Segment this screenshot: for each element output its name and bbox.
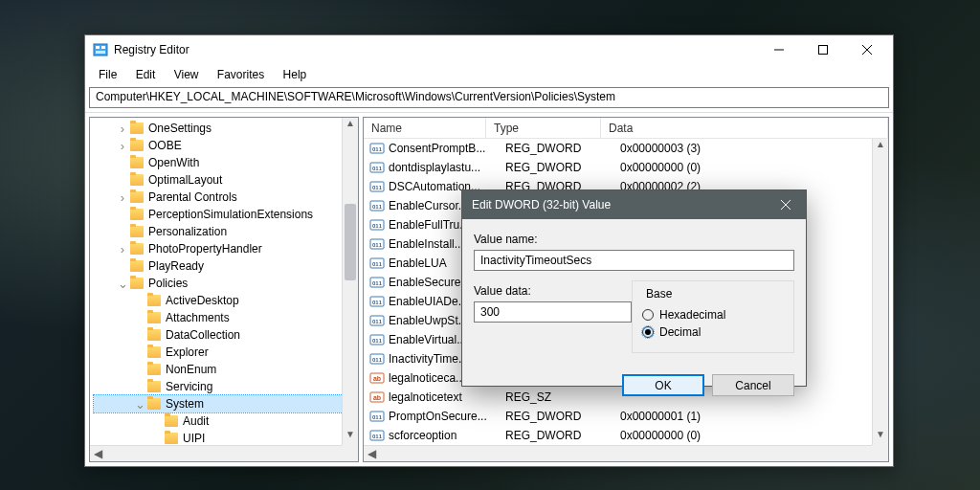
col-name[interactable]: Name bbox=[364, 118, 486, 138]
svg-text:011: 011 bbox=[372, 300, 383, 305]
svg-text:011: 011 bbox=[372, 204, 383, 210]
tree-item[interactable]: PerceptionSimulationExtensions bbox=[94, 206, 354, 223]
tree-item[interactable]: ›PhotoPropertyHandler bbox=[94, 240, 354, 257]
tree-item[interactable]: Attachments bbox=[94, 309, 354, 326]
tree-label: OpenWith bbox=[148, 156, 199, 169]
tree-item[interactable]: ⌄Policies bbox=[94, 275, 354, 292]
expand-icon[interactable]: › bbox=[117, 122, 128, 136]
table-row[interactable]: 011scforceoptionREG_DWORD0x00000000 (0) bbox=[364, 426, 888, 445]
tree-item[interactable]: Servicing bbox=[94, 378, 354, 395]
expand-icon[interactable]: › bbox=[117, 242, 128, 256]
value-data-input[interactable] bbox=[474, 301, 632, 323]
tree-label: OOBE bbox=[148, 139, 182, 152]
expand-icon[interactable]: ⌄ bbox=[134, 397, 145, 412]
column-headers[interactable]: Name Type Data bbox=[364, 118, 888, 139]
svg-text:011: 011 bbox=[372, 185, 383, 190]
tree-item[interactable]: OpenWith bbox=[94, 154, 354, 171]
radio-hexadecimal[interactable]: Hexadecimal bbox=[642, 308, 784, 322]
tree-label: DataCollection bbox=[166, 328, 240, 342]
folder-icon bbox=[130, 278, 144, 289]
ok-button[interactable]: OK bbox=[622, 374, 704, 396]
list-scrollbar-h[interactable]: ◀▶ bbox=[364, 445, 888, 461]
tree-item[interactable]: ActiveDesktop bbox=[94, 292, 354, 309]
binary-icon: 011 bbox=[369, 256, 385, 271]
folder-icon bbox=[147, 329, 161, 341]
binary-icon: 011 bbox=[369, 236, 385, 252]
tree-item[interactable]: ›OOBE bbox=[94, 137, 354, 154]
folder-icon bbox=[130, 191, 144, 203]
svg-text:011: 011 bbox=[372, 280, 383, 286]
tree-label: Servicing bbox=[166, 380, 212, 393]
col-data[interactable]: Data bbox=[601, 118, 888, 138]
expand-icon[interactable]: › bbox=[117, 190, 128, 205]
svg-text:011: 011 bbox=[372, 434, 383, 439]
binary-icon: 011 bbox=[369, 275, 385, 290]
tree-item[interactable]: ›OneSettings bbox=[94, 120, 354, 137]
tree-pane[interactable]: ›OneSettings›OOBEOpenWithOptimalLayout›P… bbox=[89, 117, 359, 462]
cancel-button[interactable]: Cancel bbox=[712, 374, 794, 396]
minimize-button[interactable] bbox=[757, 35, 801, 64]
binary-icon: 011 bbox=[369, 428, 385, 443]
menubar: File Edit View Favorites Help bbox=[85, 64, 893, 87]
tree-item[interactable]: Explorer bbox=[94, 344, 354, 361]
svg-rect-3 bbox=[96, 51, 105, 54]
folder-icon bbox=[130, 157, 144, 168]
tree-item[interactable]: OptimalLayout bbox=[94, 171, 354, 189]
titlebar[interactable]: Registry Editor bbox=[85, 35, 893, 64]
close-button[interactable] bbox=[845, 35, 889, 64]
menu-edit[interactable]: Edit bbox=[128, 66, 164, 83]
folder-icon bbox=[147, 381, 161, 392]
menu-favorites[interactable]: Favorites bbox=[210, 66, 272, 83]
address-bar[interactable]: Computer\HKEY_LOCAL_MACHINE\SOFTWARE\Mic… bbox=[89, 87, 889, 108]
tree-label: System bbox=[166, 397, 204, 411]
tree-item[interactable]: Audit bbox=[94, 412, 354, 430]
expand-icon[interactable]: ⌄ bbox=[117, 277, 128, 291]
window-title: Registry Editor bbox=[114, 43, 757, 56]
tree-item[interactable]: Personalization bbox=[94, 223, 354, 240]
dialog-title: Edit DWORD (32-bit) Value bbox=[472, 198, 771, 212]
folder-icon bbox=[147, 295, 161, 306]
base-group: Base Hexadecimal Decimal bbox=[632, 280, 794, 353]
binary-icon: 011 bbox=[369, 179, 385, 194]
tree-item[interactable]: NonEnum bbox=[94, 361, 354, 378]
folder-icon bbox=[130, 243, 144, 255]
folder-icon bbox=[130, 260, 144, 272]
tree-item[interactable]: ›Parental Controls bbox=[94, 189, 354, 206]
binary-icon: 011 bbox=[369, 313, 385, 328]
value-name-input[interactable] bbox=[474, 250, 794, 271]
tree-item[interactable]: PlayReady bbox=[94, 257, 354, 275]
folder-icon bbox=[130, 140, 144, 151]
binary-icon: 011 bbox=[369, 332, 385, 347]
tree-label: NonEnum bbox=[166, 363, 216, 376]
svg-text:011: 011 bbox=[372, 338, 383, 344]
expand-icon[interactable]: › bbox=[117, 139, 128, 153]
tree-label: OneSettings bbox=[148, 122, 212, 135]
menu-view[interactable]: View bbox=[167, 66, 207, 83]
tree-label: Attachments bbox=[166, 311, 230, 324]
list-scrollbar-v[interactable]: ▲▼ bbox=[872, 139, 888, 445]
tree-label: OptimalLayout bbox=[148, 173, 222, 187]
svg-text:011: 011 bbox=[372, 414, 383, 420]
tree-scrollbar-h[interactable]: ◀▶ bbox=[90, 445, 358, 461]
tree-scrollbar-v[interactable]: ▲▼ bbox=[342, 118, 358, 445]
svg-rect-0 bbox=[94, 44, 107, 56]
tree-item[interactable]: DataCollection bbox=[94, 326, 354, 344]
radio-decimal[interactable]: Decimal bbox=[642, 325, 784, 339]
tree-item[interactable]: ⌄System bbox=[94, 395, 354, 412]
maximize-button[interactable] bbox=[801, 35, 845, 64]
dialog-close-button[interactable] bbox=[771, 190, 800, 219]
menu-file[interactable]: File bbox=[91, 66, 124, 83]
folder-icon bbox=[165, 415, 178, 427]
svg-rect-5 bbox=[819, 46, 828, 55]
table-row[interactable]: 011PromptOnSecure...REG_DWORD0x00000001 … bbox=[364, 407, 888, 426]
folder-icon bbox=[130, 122, 144, 134]
dialog-titlebar[interactable]: Edit DWORD (32-bit) Value bbox=[462, 190, 806, 219]
tree-label: Explorer bbox=[166, 345, 209, 359]
tree-item[interactable]: UIPI bbox=[94, 430, 354, 445]
string-icon: ab bbox=[369, 390, 385, 405]
tree-label: PlayReady bbox=[148, 259, 204, 273]
table-row[interactable]: 011ConsentPromptB...REG_DWORD0x00000003 … bbox=[364, 139, 888, 158]
col-type[interactable]: Type bbox=[486, 118, 601, 138]
table-row[interactable]: 011dontdisplaylastu...REG_DWORD0x0000000… bbox=[364, 158, 888, 177]
menu-help[interactable]: Help bbox=[276, 66, 315, 83]
